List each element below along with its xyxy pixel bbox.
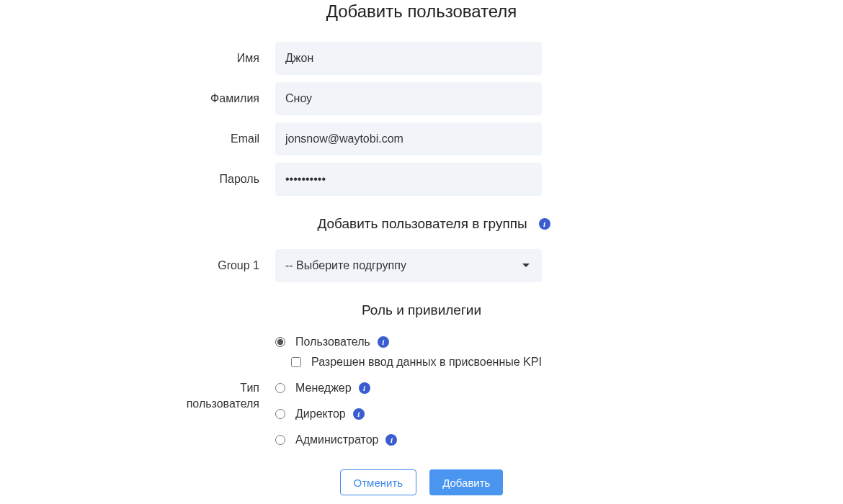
role-user-label: Пользователь: [295, 336, 370, 348]
role-admin-radio[interactable]: [275, 435, 285, 445]
roles-header-text: Роль и привилегии: [362, 302, 481, 318]
role-manager-label-wrap: Менеджер i: [295, 382, 370, 395]
first-name-label: Имя: [0, 52, 275, 65]
group1-row: Group 1 -- Выберите подгруппу: [0, 249, 843, 282]
role-manager-row: Менеджер i: [275, 382, 542, 395]
first-name-input-wrap: [275, 42, 542, 75]
last-name-label: Фамилия: [0, 92, 275, 105]
submit-button[interactable]: Добавить: [429, 469, 503, 495]
user-type-label-line1: Тип: [0, 380, 259, 396]
role-admin-label: Администратор: [295, 433, 378, 446]
form-buttons: Отменить Добавить: [0, 469, 843, 495]
role-user-row: Пользователь i: [275, 336, 542, 348]
info-icon[interactable]: i: [378, 336, 389, 348]
email-input[interactable]: [275, 122, 542, 156]
last-name-input[interactable]: [275, 82, 542, 115]
role-user-kpi-row: Разрешен ввод данных в присвоенные KPI: [291, 356, 542, 369]
role-user-label-wrap: Пользователь i: [295, 336, 389, 348]
roles-options: Пользователь i Разрешен ввод данных в пр…: [275, 336, 542, 446]
group1-select[interactable]: -- Выберите подгруппу: [275, 249, 542, 282]
last-name-input-wrap: [275, 82, 542, 115]
user-type-label-line2: пользователя: [0, 396, 259, 412]
role-admin-label-wrap: Администратор i: [295, 433, 397, 446]
group1-select-wrap: -- Выберите подгруппу: [275, 249, 542, 282]
info-icon[interactable]: i: [359, 382, 370, 394]
group1-select-value: -- Выберите подгруппу: [285, 259, 406, 272]
roles-section-header: Роль и привилегии: [0, 302, 843, 318]
page-title: Добавить пользователя: [0, 1, 843, 22]
cancel-button[interactable]: Отменить: [340, 469, 417, 495]
email-row: Email: [0, 122, 843, 156]
info-icon[interactable]: i: [539, 218, 550, 230]
role-director-radio[interactable]: [275, 409, 285, 419]
first-name-row: Имя: [0, 42, 843, 75]
role-admin-row: Администратор i: [275, 433, 542, 446]
email-label: Email: [0, 132, 275, 145]
password-input-wrap: [275, 163, 542, 196]
role-director-row: Директор i: [275, 408, 542, 420]
role-user-kpi-label: Разрешен ввод данных в присвоенные KPI: [311, 356, 542, 369]
password-row: Пароль: [0, 163, 843, 196]
password-label: Пароль: [0, 173, 275, 186]
first-name-input[interactable]: [275, 42, 542, 75]
role-manager-radio[interactable]: [275, 383, 285, 393]
role-manager-label: Менеджер: [295, 382, 352, 395]
last-name-row: Фамилия: [0, 82, 843, 115]
groups-section-header: Добавить пользователя в группы i: [0, 216, 843, 232]
add-user-form: Добавить пользователя Имя Фамилия Email …: [0, 0, 843, 495]
role-director-label-wrap: Директор i: [295, 408, 365, 420]
role-user-block: Пользователь i Разрешен ввод данных в пр…: [275, 336, 542, 369]
roles-area: Тип пользователя Пользователь i Разрешен…: [0, 336, 843, 446]
password-input[interactable]: [275, 163, 542, 196]
email-input-wrap: [275, 122, 542, 156]
role-user-kpi-checkbox[interactable]: [291, 357, 301, 367]
role-director-label: Директор: [295, 408, 346, 420]
info-icon[interactable]: i: [385, 434, 397, 446]
groups-header-text: Добавить пользователя в группы: [317, 216, 527, 232]
user-type-label: Тип пользователя: [0, 336, 275, 446]
info-icon[interactable]: i: [353, 408, 365, 420]
group1-label: Group 1: [0, 259, 275, 272]
role-user-radio[interactable]: [275, 337, 285, 347]
